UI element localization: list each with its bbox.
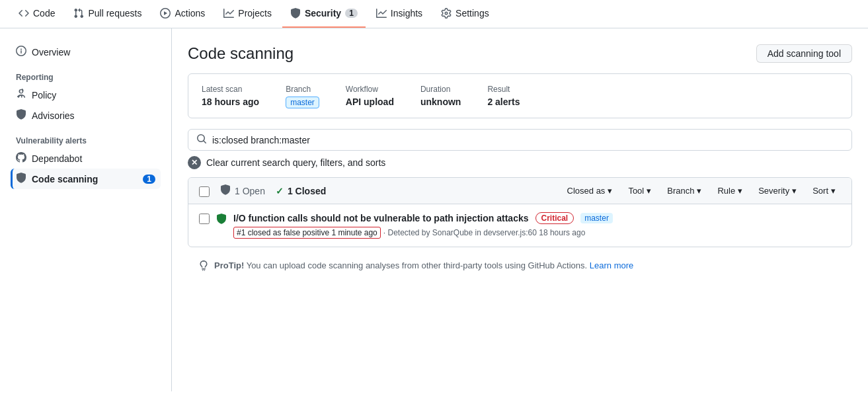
top-nav: Code Pull requests Actions Projects Secu… <box>0 0 868 28</box>
select-all-checkbox[interactable] <box>199 186 210 197</box>
insights-icon <box>376 8 387 19</box>
chevron-down-icon-3: ▾ <box>697 186 701 196</box>
nav-settings[interactable]: Settings <box>433 0 497 28</box>
filter-branch-label: Branch <box>667 186 694 196</box>
alert-table: 1 Open ✓ 1 Closed Closed as ▾ Tool ▾ <box>188 177 852 247</box>
filter-severity[interactable]: Severity ▾ <box>753 183 802 198</box>
filter-closed-as[interactable]: Closed as ▾ <box>562 183 618 198</box>
nav-pull-requests[interactable]: Pull requests <box>65 0 149 28</box>
latest-scan-item: Latest scan 18 hours ago <box>202 85 259 107</box>
code-icon <box>19 8 29 19</box>
protip-main-text: You can upload code scanning analyses fr… <box>247 260 588 270</box>
workflow-label: Workflow <box>346 85 394 94</box>
alert-meta-rest: · Detected by SonarQube in devserver.js:… <box>383 228 586 237</box>
sidebar: Overview Reporting Policy Advisories Vul… <box>0 28 172 391</box>
nav-projects-label: Projects <box>238 8 272 19</box>
open-section: 1 Open <box>220 184 265 197</box>
filter-branch[interactable]: Branch ▾ <box>662 183 707 198</box>
table-row: I/O function calls should not be vulnera… <box>188 204 851 247</box>
result-item: Result 2 alerts <box>487 85 520 107</box>
reporting-section-label: Reporting <box>11 62 161 85</box>
sidebar-item-overview[interactable]: Overview <box>11 42 161 62</box>
code-scanning-icon <box>16 173 26 185</box>
nav-projects[interactable]: Projects <box>216 0 280 28</box>
nav-insights[interactable]: Insights <box>368 0 430 28</box>
lightbulb-icon <box>198 260 209 273</box>
search-bar <box>188 129 852 151</box>
policy-label: Policy <box>32 90 56 100</box>
nav-settings-label: Settings <box>455 8 489 19</box>
workflow-value: API upload <box>346 97 394 107</box>
latest-scan-value: 18 hours ago <box>202 97 259 107</box>
filter-rule-label: Rule <box>717 186 735 196</box>
alert-title-row: I/O function calls should not be vulnera… <box>233 212 841 224</box>
content-header: Code scanning Add scanning tool <box>188 44 852 63</box>
sidebar-item-advisories[interactable]: Advisories <box>11 105 161 126</box>
search-input[interactable] <box>212 135 844 145</box>
branch-item: Branch master <box>286 85 319 107</box>
content-area: Code scanning Add scanning tool Latest s… <box>172 28 868 391</box>
chevron-down-icon: ▾ <box>608 186 612 196</box>
alert-shield-icon <box>216 214 227 226</box>
dependabot-icon <box>16 152 26 165</box>
overview-icon <box>16 46 26 58</box>
alert-table-header: 1 Open ✓ 1 Closed Closed as ▾ Tool ▾ <box>188 178 851 204</box>
nav-insights-label: Insights <box>391 8 422 19</box>
policy-icon <box>16 89 26 101</box>
protip-text: ProTip! You can upload code scanning ana… <box>214 260 633 270</box>
shield-header-icon <box>220 184 231 197</box>
alert-title[interactable]: I/O function calls should not be vulnera… <box>233 213 529 223</box>
sidebar-item-dependabot[interactable]: Dependabot <box>11 148 161 169</box>
code-scanning-badge: 1 <box>143 175 155 184</box>
security-nav-icon <box>290 8 301 19</box>
alert-header-filters: Closed as ▾ Tool ▾ Branch ▾ Rule ▾ <box>562 183 841 198</box>
result-value: 2 alerts <box>487 97 520 107</box>
learn-more-link[interactable]: Learn more <box>590 260 633 270</box>
clear-search-row[interactable]: ✕ Clear current search query, filters, a… <box>188 156 852 169</box>
scan-info-card: Latest scan 18 hours ago Branch master W… <box>188 73 852 118</box>
duration-item: Duration unknown <box>420 85 461 107</box>
duration-label: Duration <box>420 85 461 94</box>
actions-icon <box>160 8 171 19</box>
filter-sort[interactable]: Sort ▾ <box>807 183 841 198</box>
alert-meta-highlight: #1 closed as false positive 1 minute ago <box>233 227 381 239</box>
chevron-down-icon-2: ▾ <box>647 186 651 196</box>
alert-checkbox-1[interactable] <box>199 214 210 224</box>
branch-value: master <box>286 97 319 108</box>
clear-search-label: Clear current search query, filters, and… <box>206 157 385 168</box>
nav-actions-label: Actions <box>175 8 205 19</box>
chevron-down-icon-4: ▾ <box>738 186 742 196</box>
filter-rule[interactable]: Rule ▾ <box>712 183 748 198</box>
security-nav-badge: 1 <box>345 9 358 18</box>
nav-security[interactable]: Security 1 <box>282 0 366 28</box>
open-count-label: 1 Open <box>235 186 265 196</box>
protip-bold: ProTip! <box>214 260 244 270</box>
alert-content: I/O function calls should not be vulnera… <box>233 212 841 239</box>
alert-branch-badge: master <box>580 213 613 223</box>
protip-section: ProTip! You can upload code scanning ana… <box>188 253 852 281</box>
filter-closed-as-label: Closed as <box>567 186 606 196</box>
result-label: Result <box>487 85 520 94</box>
pr-icon <box>73 8 84 19</box>
add-scanning-tool-button[interactable]: Add scanning tool <box>756 44 852 63</box>
filter-tool[interactable]: Tool ▾ <box>623 183 656 198</box>
projects-icon <box>223 8 234 19</box>
nav-security-label: Security <box>305 8 341 19</box>
closed-section: ✓ 1 Closed <box>276 186 326 196</box>
advisories-label: Advisories <box>32 110 75 121</box>
filter-severity-label: Severity <box>758 186 789 196</box>
page-title: Code scanning <box>188 44 294 63</box>
filter-tool-label: Tool <box>628 186 644 196</box>
closed-count-label: 1 Closed <box>288 186 326 196</box>
sidebar-item-code-scanning[interactable]: Code scanning 1 <box>11 169 161 189</box>
alert-header-counts: 1 Open ✓ 1 Closed <box>220 184 551 197</box>
nav-actions[interactable]: Actions <box>152 0 213 28</box>
search-icon <box>196 134 207 146</box>
nav-code[interactable]: Code <box>11 0 63 28</box>
workflow-item: Workflow API upload <box>346 85 394 107</box>
advisories-icon <box>16 109 26 122</box>
settings-icon <box>441 8 452 19</box>
filter-sort-label: Sort <box>812 186 828 196</box>
duration-value: unknown <box>420 97 461 107</box>
sidebar-item-policy[interactable]: Policy <box>11 85 161 105</box>
